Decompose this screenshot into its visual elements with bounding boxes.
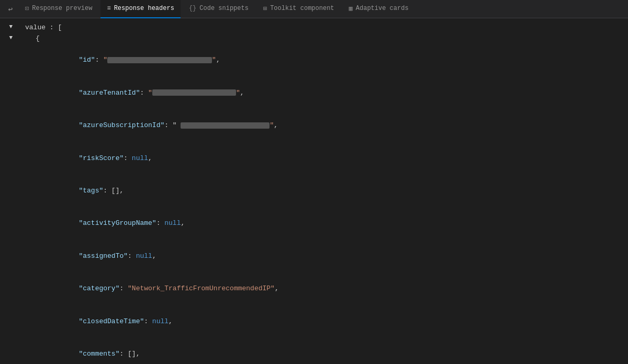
line-content: "riskScore": null,: [15, 142, 624, 175]
tab-response-headers-label: Response headers: [114, 5, 174, 12]
tab-toolkit-component-label: Toolkit component: [270, 5, 334, 12]
json-line: "riskScore": null,: [0, 142, 628, 175]
line-content: value : [: [15, 22, 624, 33]
tab-response-preview[interactable]: ⊡ Response preview: [19, 0, 98, 18]
tab-code-snippets-label: Code snippets: [199, 5, 249, 12]
tab-code-snippets-icon: {}: [189, 5, 196, 12]
tab-response-preview-label: Response preview: [32, 5, 92, 12]
line-content: "assignedTo": null,: [15, 240, 624, 272]
line-gutter: [4, 305, 15, 315]
tab-toolkit-component[interactable]: ⊞ Toolkit component: [257, 0, 341, 18]
line-content: "tags": [],: [15, 175, 624, 207]
tab-adaptive-cards-icon: ▦: [349, 5, 353, 13]
line-content: "azureTenantId": " ",: [15, 77, 624, 109]
tab-bar: ↩ ⊡ Response preview ≡ Response headers …: [0, 0, 628, 18]
json-line: "category": "Network_TrafficFromUnrecomm…: [0, 272, 628, 305]
line-gutter: [4, 338, 15, 347]
json-line: "id": " ",: [0, 44, 628, 77]
tab-response-headers-icon: ≡: [107, 5, 110, 12]
line-content: "closedDateTime": null,: [15, 305, 624, 338]
json-line: "assignedTo": null,: [0, 240, 628, 272]
tab-adaptive-cards-label: Adaptive cards: [356, 5, 409, 12]
collapse-icon[interactable]: ▼: [4, 22, 15, 32]
back-button[interactable]: ↩: [4, 3, 17, 15]
line-content: {: [15, 33, 624, 44]
line-content: "category": "Network_TrafficFromUnrecomm…: [15, 272, 624, 305]
line-gutter: [4, 77, 15, 86]
line-gutter: [4, 240, 15, 249]
content-area[interactable]: ▼ value : [ ▼ { "id": " ", "azureTenantI…: [0, 18, 628, 364]
tab-adaptive-cards[interactable]: ▦ Adaptive cards: [343, 0, 415, 18]
json-line: ▼ value : [: [0, 22, 628, 33]
line-gutter: [4, 208, 15, 217]
json-line: "activityGroupName": null,: [0, 208, 628, 240]
line-gutter: [4, 142, 15, 152]
json-line: "azureTenantId": " ",: [0, 77, 628, 109]
line-content: "comments": [],: [15, 338, 624, 364]
line-gutter: [4, 44, 15, 54]
tab-code-snippets[interactable]: {} Code snippets: [183, 0, 255, 18]
line-content: "azureSubscriptionId": " ",: [15, 109, 624, 142]
line-gutter: [4, 109, 15, 119]
json-line: "tags": [],: [0, 175, 628, 207]
tab-response-preview-icon: ⊡: [25, 5, 29, 13]
json-line: ▼ {: [0, 33, 628, 44]
tab-response-headers[interactable]: ≡ Response headers: [100, 0, 180, 18]
json-line: "comments": [],: [0, 338, 628, 364]
line-gutter: [4, 175, 15, 184]
line-gutter: [4, 272, 15, 282]
app-container: ↩ ⊡ Response preview ≡ Response headers …: [0, 0, 628, 364]
json-line: "azureSubscriptionId": " ",: [0, 109, 628, 142]
line-content: "activityGroupName": null,: [15, 208, 624, 240]
line-content: "id": " ",: [15, 44, 624, 77]
collapse-icon[interactable]: ▼: [4, 33, 15, 43]
tab-toolkit-component-icon: ⊞: [263, 5, 267, 13]
json-line: "closedDateTime": null,: [0, 305, 628, 338]
